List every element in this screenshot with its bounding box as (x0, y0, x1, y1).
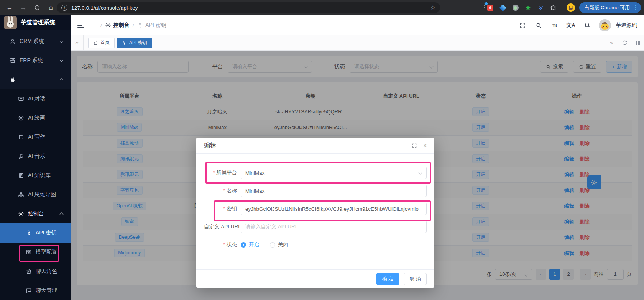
sidebar-item-book[interactable]: AI 写作 (0, 128, 71, 147)
required-asterisk: * (213, 170, 215, 175)
sidebar-item-notebook[interactable]: AI 知识库 (0, 166, 71, 185)
apple-icon (91, 22, 97, 28)
sidebar-item-sitemap[interactable]: AI 思维导图 (0, 185, 71, 204)
dialog-close-icon[interactable]: × (423, 142, 427, 149)
breadcrumb-item-gear[interactable]: 控制台 (105, 22, 130, 29)
sidebar-item-chat[interactable]: 聊天管理 (0, 281, 71, 300)
tab-key[interactable]: API 密钥 (117, 38, 152, 48)
platform-select[interactable]: MiniMax (241, 167, 427, 179)
sidebar-item-store[interactable]: ERP 系统 (0, 51, 71, 70)
sidebar: 芋道管理系统 CRM 系统ERP 系统AI 大模型AI 对话AI 绘画AI 写作… (0, 15, 71, 300)
chevron-up-icon (60, 79, 64, 82)
radio-off[interactable]: 关闭 (270, 241, 288, 248)
url-text[interactable]: 127.0.0.1/ai/console/api-key (71, 5, 430, 11)
sidebar-item-label: AI 绘画 (28, 115, 45, 121)
sidebar-item-user[interactable]: CRM 系统 (0, 32, 71, 51)
sidebar-menu: CRM 系统ERP 系统AI 大模型AI 对话AI 绘画AI 写作AI 音乐AI… (0, 30, 71, 300)
fullscreen-icon[interactable] (516, 19, 529, 32)
sidebar-item-label: AI 对话 (28, 95, 45, 102)
required-asterisk: * (223, 242, 225, 248)
address-bar[interactable]: i 127.0.0.1/ai/console/api-key ☆ (57, 2, 440, 13)
breadcrumb-item-apple[interactable] (91, 22, 97, 28)
browser-profile-avatar[interactable] (567, 3, 575, 12)
confirm-button[interactable]: 确 定 (376, 273, 399, 285)
sidebar-item-apple[interactable]: AI 大模型 (0, 70, 71, 89)
gear-icon (18, 211, 24, 217)
sidebar-item-abacus[interactable]: 模型配置 (0, 243, 71, 262)
dialog-fullscreen-icon[interactable] (412, 143, 417, 148)
font-size-icon[interactable]: Tt (548, 19, 561, 32)
home-icon (93, 40, 98, 46)
smile-icon (18, 115, 24, 121)
sidebar-item-key[interactable]: API 密钥 (0, 223, 71, 243)
browser-forward-icon[interactable]: → (18, 2, 29, 13)
chevron-down-icon (419, 171, 422, 175)
text-input[interactable]: 请输入自定义 API URL (241, 221, 427, 233)
browser-back-icon[interactable]: ← (4, 2, 15, 13)
sidebar-item-smile[interactable]: AI 绘画 (0, 108, 71, 128)
breadcrumb-separator: / (133, 23, 134, 28)
tabs-refresh-icon[interactable] (618, 35, 631, 50)
field-label: *密钥 (204, 205, 241, 212)
gear-icon (105, 22, 111, 28)
bag-icon (25, 268, 32, 274)
browser-chrome: ← → ⌂ i 127.0.0.1/ai/console/api-key ☆ 6 (0, 0, 644, 15)
required-asterisk: * (223, 188, 225, 193)
text-input[interactable]: MiniMax (241, 185, 427, 197)
field-label: *所属平台 (204, 169, 241, 176)
tabs-scroll-right-icon[interactable]: » (605, 35, 618, 50)
abacus-icon (25, 249, 32, 255)
sidebar-item-label: AI 知识库 (28, 172, 51, 179)
extension-blue-chevrons-icon[interactable] (537, 3, 545, 12)
required-asterisk: * (223, 206, 225, 211)
breadcrumb: /控制台/API 密钥 (91, 22, 513, 29)
notification-bell-icon[interactable] (580, 19, 593, 32)
breadcrumb-item-key[interactable]: API 密钥 (137, 22, 166, 29)
chevron-up-icon (60, 213, 64, 216)
browser-reload-icon[interactable] (31, 2, 43, 13)
chat-icon (25, 287, 32, 293)
radio-on[interactable]: 开启 (241, 241, 259, 248)
store-icon (9, 57, 16, 64)
browser-menu-icon[interactable]: ⋮ (633, 4, 639, 11)
app-logo[interactable]: 芋道管理系统 (0, 15, 71, 30)
bookmark-star-icon[interactable]: ☆ (430, 4, 435, 11)
site-info-icon[interactable]: i (61, 5, 67, 11)
sidebar-item-mail[interactable]: AI 对话 (0, 89, 71, 108)
extensions-puzzle-icon[interactable] (549, 3, 558, 12)
text-input[interactable]: eyJhbGciOiJSUzI1NiIsInR5cCI6IkpXVCJ9.eyJ… (241, 203, 427, 215)
tabs-options-icon[interactable] (631, 35, 644, 50)
menu-collapse-icon[interactable] (77, 23, 84, 28)
cancel-button[interactable]: 取 消 (404, 273, 427, 285)
tab-home[interactable]: 首页 (88, 38, 115, 48)
extension-red-badge-icon[interactable]: 6 (486, 3, 495, 12)
app-title: 芋道管理系统 (21, 19, 55, 26)
extension-blue-kite-icon[interactable] (499, 3, 507, 12)
extension-green-star-icon[interactable] (524, 3, 532, 12)
toolbar-divider (562, 4, 562, 11)
search-icon[interactable] (532, 19, 545, 32)
user-icon (9, 38, 16, 44)
translate-icon[interactable]: 文A (564, 19, 577, 32)
breadcrumb-separator: / (100, 23, 102, 28)
field-label: 自定义 API URL (204, 223, 241, 230)
apple-icon: AI 大模型 (9, 77, 16, 83)
user-avatar[interactable] (599, 19, 611, 31)
username-label[interactable]: 芋道源码 (616, 22, 637, 29)
mail-icon (18, 96, 24, 102)
tabs-scroll-left-icon[interactable]: « (71, 35, 84, 50)
sidebar-item-label: 聊天角色 (36, 268, 57, 275)
key-icon (25, 230, 32, 236)
sidebar-item-music[interactable]: AI 音乐 (0, 147, 71, 166)
sidebar-item-gear[interactable]: 控制台 (0, 204, 71, 223)
sidebar-item-label: ERP 系统 (20, 57, 43, 64)
browser-home-icon[interactable]: ⌂ (45, 2, 57, 13)
music-icon (18, 153, 24, 159)
extension-gray-orb-icon[interactable] (511, 3, 520, 12)
form-row: *密钥eyJhbGciOiJSUzI1NiIsInR5cCI6IkpXVCJ9.… (204, 203, 427, 215)
field-label: *名称 (204, 187, 241, 194)
sidebar-item-label: AI 写作 (28, 134, 45, 141)
sidebar-item-bag[interactable]: 聊天角色 (0, 262, 71, 281)
chrome-update-button[interactable]: 有新版 Chrome 可用 ⋮ (579, 2, 641, 13)
edit-dialog: 编辑 × *所属平台MiniMax*名称MiniMax*密钥eyJhbGciOi… (196, 138, 434, 288)
